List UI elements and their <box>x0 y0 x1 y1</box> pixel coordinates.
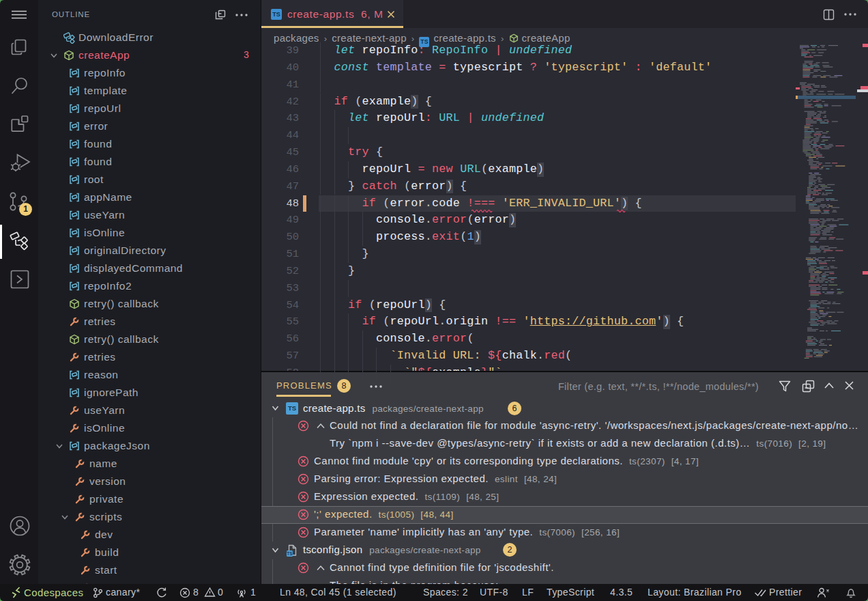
svg-text:TS: TS <box>287 551 293 556</box>
